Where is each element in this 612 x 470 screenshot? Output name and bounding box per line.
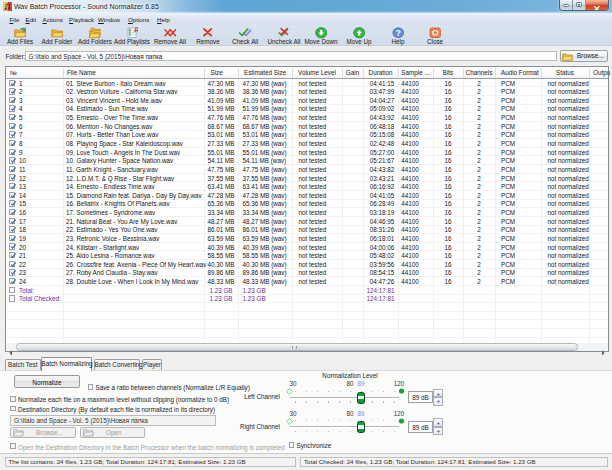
svg-text:?: ? [395, 28, 400, 38]
